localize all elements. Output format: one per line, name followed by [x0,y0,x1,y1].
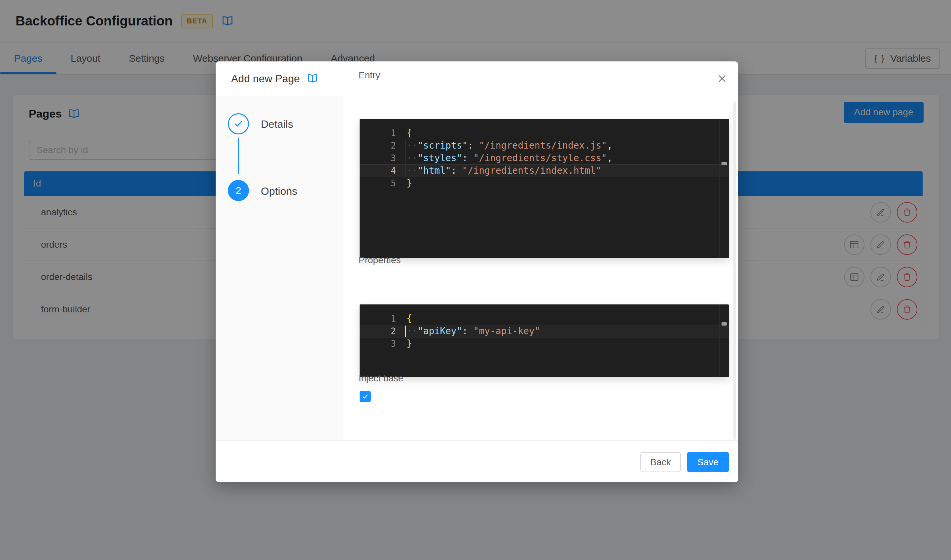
code-line: 1{ [360,312,729,325]
step-options-label[interactable]: Options [261,185,297,197]
step-details-circle[interactable] [228,113,249,134]
close-icon [717,73,728,84]
code-lines: 1{2··"apiKey": "my-api-key"3} [360,312,729,350]
close-button[interactable] [715,72,729,86]
book-icon[interactable] [307,73,318,84]
back-button[interactable]: Back [640,452,681,472]
code-line: 1{ [360,127,729,139]
step-options-circle[interactable]: 2 [228,180,249,201]
modal-scrollbar[interactable] [733,102,736,440]
modal-header: Add new Page [215,62,738,96]
scrollbar-marker [722,322,727,326]
scrollbar-marker [722,162,727,165]
entry-label: Entry [359,70,380,81]
code-line: 3··"styles": "/ingredients/style.css", [360,152,729,165]
code-line: 2··"scripts": "/ingredients/index.js", [360,139,729,152]
modal-title: Add new Page [231,72,300,85]
modal-steps-sidebar: Details 2 Options [215,96,343,440]
inject-base-label: Inject base [359,373,403,384]
line-number: 2 [360,325,396,337]
save-button[interactable]: Save [687,452,729,472]
add-new-page-modal: Add new Page Details 2 Options Entry 1{2… [215,62,738,482]
properties-label: Properties [359,255,401,266]
line-number: 1 [360,127,396,139]
line-number: 5 [360,177,396,189]
code-line: 2··"apiKey": "my-api-key" [360,325,729,337]
check-icon [233,118,244,129]
code-line: 5} [360,177,729,189]
step-details-label[interactable]: Details [261,118,293,131]
step-connector-line [238,138,239,174]
properties-code-editor[interactable]: 1{2··"apiKey": "my-api-key"3} [360,305,729,377]
line-number: 4 [360,165,396,177]
check-icon [361,392,369,400]
code-lines: 1{2··"scripts": "/ingredients/index.js",… [360,127,729,189]
inject-base-checkbox[interactable] [360,391,371,402]
code-line: 3} [360,337,729,350]
modal-footer: Back Save [215,440,738,482]
line-number: 3 [360,152,396,165]
code-line: 4··"html": "/ingredients/index.html" [360,165,729,177]
line-number: 1 [360,312,396,325]
line-number: 3 [360,337,396,350]
backoffice-page: Backoffice Configuration BETA PagesLayou… [0,0,951,560]
text-cursor [405,326,406,337]
line-number: 2 [360,139,396,152]
entry-code-editor[interactable]: 1{2··"scripts": "/ingredients/index.js",… [360,119,729,258]
indent-guide [405,139,406,177]
